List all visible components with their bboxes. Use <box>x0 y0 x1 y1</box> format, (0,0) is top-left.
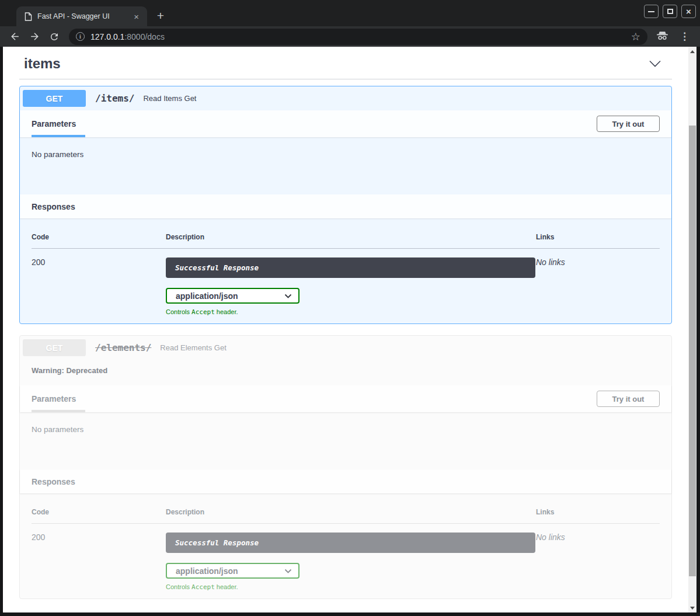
media-type-select[interactable]: application/json <box>166 288 299 304</box>
url-text: 127.0.0.1:8000/docs <box>90 32 626 41</box>
media-type-value: application/json <box>176 291 238 301</box>
page-viewport: items GET /items/ Read Items Get Paramet… <box>3 47 696 612</box>
responses-header: Responses <box>20 194 671 218</box>
maximize-button[interactable] <box>663 5 677 18</box>
scrollbar[interactable] <box>688 47 696 612</box>
new-tab-button[interactable]: + <box>153 8 168 23</box>
responses-title: Responses <box>32 477 75 486</box>
endpoint-summary[interactable]: GET /elements/ Read Elements Get <box>20 336 671 360</box>
responses-header: Responses <box>20 469 671 493</box>
chevron-down-icon[interactable] <box>649 60 661 67</box>
endpoint-path: /elements/ <box>95 342 151 353</box>
menu-icon[interactable]: ⋮ <box>676 30 693 43</box>
description-column-header: Description <box>166 233 536 241</box>
links-column-header: Links <box>536 233 660 241</box>
close-icon: × <box>686 7 691 16</box>
bookmark-star-icon[interactable]: ☆ <box>631 30 640 43</box>
browser-tab[interactable]: Fast API - Swagger UI × <box>16 6 147 26</box>
description-column-header: Description <box>166 508 536 516</box>
scroll-up-arrow[interactable] <box>688 47 696 56</box>
swagger-page: items GET /items/ Read Items Get Paramet… <box>3 47 688 612</box>
parameters-tab-underline <box>32 135 85 137</box>
endpoint-get-items: GET /items/ Read Items Get Parameters Tr… <box>19 86 672 324</box>
endpoint-description: Read Items Get <box>143 94 196 103</box>
parameters-header: Parameters Try it out <box>20 385 671 412</box>
address-bar[interactable]: i 127.0.0.1:8000/docs ☆ <box>69 29 647 45</box>
accept-header-note: Controls Accept header. <box>166 583 536 591</box>
response-description: Successful Response <box>175 538 259 547</box>
response-code: 200 <box>32 257 166 316</box>
reload-button[interactable] <box>47 29 62 44</box>
deprecated-warning: Warning: Deprecated <box>20 360 671 385</box>
responses-table-head: Code Description Links <box>32 233 660 249</box>
parameters-tab: Parameters <box>32 394 76 403</box>
maximize-icon <box>667 9 673 14</box>
endpoint-summary[interactable]: GET /items/ Read Items Get <box>20 86 671 110</box>
parameters-header: Parameters Try it out <box>20 110 671 137</box>
no-parameters-text: No parameters <box>20 412 671 469</box>
media-type-select[interactable]: application/json <box>166 563 299 579</box>
incognito-icon <box>656 30 669 43</box>
try-it-out-button[interactable]: Try it out <box>597 116 660 132</box>
try-it-out-button[interactable]: Try it out <box>597 391 660 407</box>
minimize-icon <box>648 11 654 12</box>
responses-title: Responses <box>32 202 75 211</box>
response-links: No links <box>536 257 660 316</box>
parameters-tab-underline <box>32 410 85 412</box>
response-description-box: Successful Response <box>166 533 535 553</box>
forward-button[interactable] <box>27 29 42 44</box>
tag-title: items <box>24 55 61 72</box>
responses-table-head: Code Description Links <box>32 508 660 524</box>
page-favicon-icon <box>25 12 32 21</box>
scrollbar-thumb[interactable] <box>689 126 696 576</box>
http-method-badge: GET <box>23 90 86 107</box>
close-button[interactable]: × <box>681 5 696 18</box>
scroll-down-arrow[interactable] <box>688 603 696 612</box>
browser-toolbar: i 127.0.0.1:8000/docs ☆ ⋮ <box>0 26 700 47</box>
response-links: No links <box>536 533 660 591</box>
select-chevron-icon <box>284 569 292 573</box>
code-column-header: Code <box>32 508 166 516</box>
no-parameters-text: No parameters <box>20 137 671 194</box>
window-controls: × <box>644 5 696 18</box>
parameters-tab: Parameters <box>32 119 76 128</box>
media-type-value: application/json <box>176 566 238 576</box>
responses-table: Code Description Links 200 Successful Re… <box>20 493 671 598</box>
tab-strip: Fast API - Swagger UI × + × <box>0 0 700 26</box>
minimize-button[interactable] <box>644 5 659 18</box>
endpoint-description: Read Elements Get <box>160 343 226 352</box>
back-button[interactable] <box>7 29 22 44</box>
response-description: Successful Response <box>175 263 259 272</box>
code-column-header: Code <box>32 233 166 241</box>
endpoint-path: /items/ <box>95 93 134 104</box>
http-method-badge: GET <box>23 339 86 356</box>
site-info-icon[interactable]: i <box>76 32 85 41</box>
links-column-header: Links <box>536 508 660 516</box>
tab-close-icon[interactable]: × <box>131 11 141 22</box>
tab-title: Fast API - Swagger UI <box>37 12 131 20</box>
accept-header-note: Controls Accept header. <box>166 308 536 316</box>
tag-section-header[interactable]: items <box>19 51 672 79</box>
endpoint-get-elements-deprecated: GET /elements/ Read Elements Get Warning… <box>19 335 672 599</box>
response-description-box: Successful Response <box>166 257 535 278</box>
table-row: 200 Successful Response application/json <box>32 524 660 591</box>
responses-table: Code Description Links 200 Successful Re… <box>20 218 671 323</box>
response-code: 200 <box>32 533 166 591</box>
table-row: 200 Successful Response application/json <box>32 249 660 316</box>
select-chevron-icon <box>284 294 292 298</box>
